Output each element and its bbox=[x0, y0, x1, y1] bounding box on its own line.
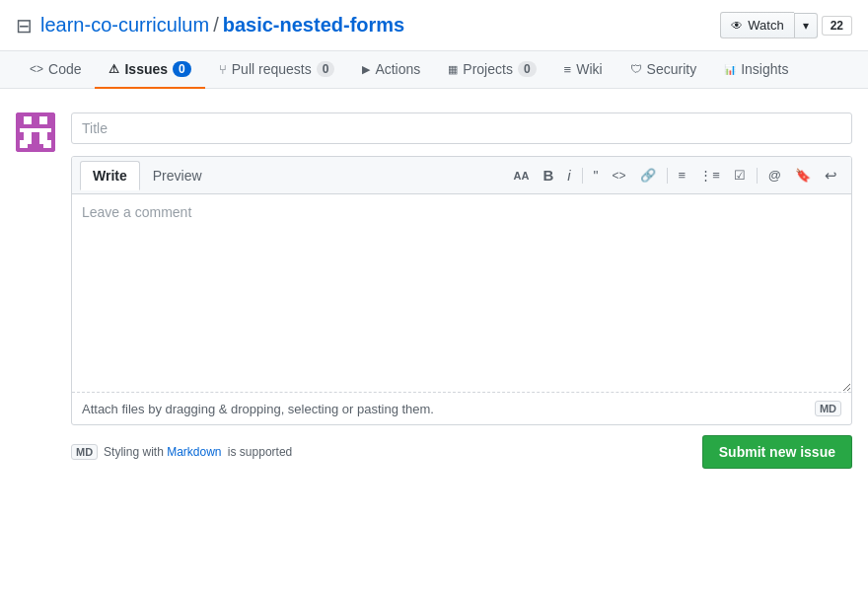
security-icon: 🛡 bbox=[630, 62, 642, 76]
wiki-icon: ≡ bbox=[564, 62, 572, 77]
watch-button[interactable]: 👁 Watch bbox=[720, 12, 793, 38]
main-content: Write Preview AA B i " <> 🔗 ≡ ⋮≡ bbox=[0, 89, 868, 492]
preview-tab-label: Preview bbox=[153, 168, 202, 184]
tab-insights-label: Insights bbox=[741, 61, 788, 77]
comment-textarea[interactable] bbox=[72, 194, 851, 392]
toolbar-mention-button[interactable]: @ bbox=[762, 164, 787, 187]
toolbar-divider-3 bbox=[757, 168, 758, 184]
issues-icon: ⚠ bbox=[108, 62, 119, 76]
form-footer: MD Styling with Markdown is supported Su… bbox=[71, 435, 852, 469]
tab-code-label: Code bbox=[48, 61, 81, 77]
issue-title-input[interactable] bbox=[71, 112, 852, 144]
repo-owner-link[interactable]: learn-co-curriculum bbox=[40, 14, 209, 37]
footer-text: Styling with Markdown is supported bbox=[104, 445, 292, 459]
write-tab-label: Write bbox=[93, 168, 127, 184]
tab-pr-label: Pull requests bbox=[232, 61, 312, 77]
pr-icon: ⑂ bbox=[219, 62, 227, 77]
tab-actions-label: Actions bbox=[375, 61, 420, 77]
repo-title: ⊟ learn-co-curriculum / basic-nested-for… bbox=[16, 14, 404, 37]
nav-tabs: <> Code ⚠ Issues 0 ⑂ Pull requests 0 ▶ A… bbox=[0, 51, 868, 89]
tab-actions[interactable]: ▶ Actions bbox=[348, 51, 434, 89]
eye-icon: 👁 bbox=[731, 19, 743, 33]
tab-wiki[interactable]: ≡ Wiki bbox=[550, 51, 616, 89]
toolbar-divider-1 bbox=[582, 168, 583, 184]
pr-badge: 0 bbox=[317, 61, 335, 77]
svg-rect-1 bbox=[24, 116, 32, 124]
svg-rect-3 bbox=[20, 128, 51, 132]
submit-issue-button[interactable]: Submit new issue bbox=[702, 435, 852, 469]
write-tab[interactable]: Write bbox=[80, 161, 140, 190]
toolbar-text-size-button[interactable]: AA bbox=[508, 166, 536, 186]
footer-styling-text: Styling with bbox=[104, 445, 164, 459]
tab-issues[interactable]: ⚠ Issues 0 bbox=[95, 51, 204, 89]
editor-tabs: Write Preview bbox=[80, 161, 215, 189]
watch-dropdown-button[interactable]: ▾ bbox=[794, 13, 818, 38]
toolbar-code-button[interactable]: <> bbox=[607, 165, 632, 187]
toolbar-italic-button[interactable]: i bbox=[561, 163, 576, 187]
watch-area: 👁 Watch ▾ 22 bbox=[720, 12, 852, 38]
tab-security-label: Security bbox=[647, 61, 697, 77]
editor-container: Write Preview AA B i " <> 🔗 ≡ ⋮≡ bbox=[71, 156, 852, 425]
svg-rect-6 bbox=[20, 140, 28, 148]
insights-icon: 📊 bbox=[724, 64, 736, 75]
toolbar-divider-2 bbox=[667, 168, 668, 184]
toolbar-reply-button[interactable]: ↩ bbox=[819, 163, 843, 188]
toolbar-bold-button[interactable]: B bbox=[537, 163, 559, 187]
tab-security[interactable]: 🛡 Security bbox=[616, 51, 711, 89]
issue-form: Write Preview AA B i " <> 🔗 ≡ ⋮≡ bbox=[71, 112, 852, 469]
repo-name-link[interactable]: basic-nested-forms bbox=[223, 14, 405, 37]
toolbar-task-list-button[interactable]: ☑ bbox=[728, 164, 752, 187]
attach-text: Attach files by dragging & dropping, sel… bbox=[82, 402, 434, 416]
svg-rect-2 bbox=[39, 116, 47, 124]
watch-label: Watch bbox=[748, 18, 783, 33]
footer-md-icon: MD bbox=[71, 444, 98, 460]
issues-badge: 0 bbox=[173, 61, 191, 77]
preview-tab[interactable]: Preview bbox=[140, 161, 215, 190]
tab-projects-label: Projects bbox=[463, 61, 513, 77]
tab-wiki-label: Wiki bbox=[576, 61, 602, 77]
toolbar-references-button[interactable]: 🔖 bbox=[789, 164, 817, 187]
footer-markdown-link[interactable]: Markdown bbox=[167, 445, 221, 459]
code-icon: <> bbox=[30, 62, 43, 76]
avatar-image bbox=[16, 112, 55, 152]
toolbar-icons: AA B i " <> 🔗 ≡ ⋮≡ ☑ @ 🔖 ↩ bbox=[508, 163, 843, 188]
repo-header: ⊟ learn-co-curriculum / basic-nested-for… bbox=[0, 0, 868, 51]
tab-pull-requests[interactable]: ⑂ Pull requests 0 bbox=[205, 51, 349, 89]
projects-badge: 0 bbox=[518, 61, 537, 77]
attach-area: Attach files by dragging & dropping, sel… bbox=[72, 392, 851, 424]
footer-left: MD Styling with Markdown is supported bbox=[71, 444, 292, 460]
user-avatar bbox=[16, 112, 55, 152]
actions-icon: ▶ bbox=[362, 63, 370, 76]
tab-projects[interactable]: ▦ Projects 0 bbox=[434, 51, 549, 89]
toolbar-ordered-list-button[interactable]: ⋮≡ bbox=[693, 164, 726, 187]
footer-supported-text: is supported bbox=[228, 445, 292, 459]
editor-toolbar: Write Preview AA B i " <> 🔗 ≡ ⋮≡ bbox=[72, 157, 851, 194]
repo-separator: / bbox=[213, 14, 219, 37]
tab-code[interactable]: <> Code bbox=[16, 51, 95, 89]
toolbar-link-button[interactable]: 🔗 bbox=[634, 164, 662, 187]
watch-count: 22 bbox=[822, 16, 852, 36]
projects-icon: ▦ bbox=[448, 63, 458, 76]
tab-issues-label: Issues bbox=[124, 61, 168, 77]
tab-insights[interactable]: 📊 Insights bbox=[710, 51, 802, 89]
toolbar-bullet-list-button[interactable]: ≡ bbox=[673, 164, 692, 187]
toolbar-quote-button[interactable]: " bbox=[588, 164, 605, 187]
repo-icon: ⊟ bbox=[16, 14, 33, 37]
svg-rect-7 bbox=[43, 140, 51, 148]
attach-md-icon: MD bbox=[815, 401, 841, 416]
